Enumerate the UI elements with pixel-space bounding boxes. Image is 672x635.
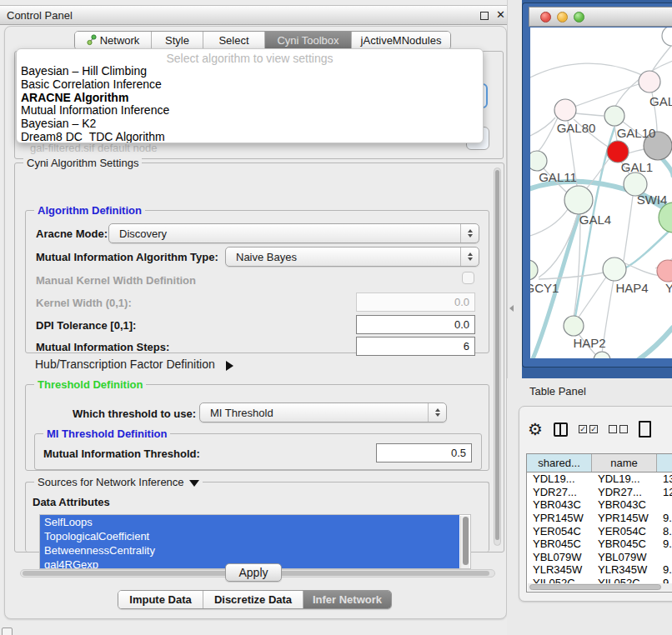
algorithm-option[interactable]: Dream8 DC_TDC Algorithm bbox=[17, 130, 483, 143]
column-header-shared...[interactable]: shared... bbox=[527, 454, 592, 472]
algorithm-option[interactable]: Bayesian – Hill Climbing bbox=[17, 64, 483, 78]
attribute-item[interactable]: BetweennessCentrality bbox=[40, 543, 459, 558]
network-node-y[interactable] bbox=[657, 260, 672, 282]
tab-network[interactable]: Network bbox=[75, 32, 152, 49]
minimize-traffic-light-icon[interactable] bbox=[557, 12, 568, 22]
network-view-window[interactable]: GALGAL80GAL10GAL1GAL11SWI4GAL4GCY1HAP4YH… bbox=[522, 2, 672, 368]
mi-type-combo[interactable]: Naive Bayes bbox=[225, 247, 479, 267]
tab-label: Network bbox=[100, 34, 140, 47]
network-node-gal10[interactable] bbox=[604, 106, 624, 126]
table-cell: YDL19... bbox=[592, 472, 657, 485]
attribute-item[interactable]: TopologicalCoefficient bbox=[40, 529, 459, 543]
splitter-collapse-icon[interactable] bbox=[509, 305, 514, 312]
mi-type-value: Naive Bayes bbox=[236, 251, 297, 263]
aracne-mode-combo[interactable]: Discovery bbox=[108, 223, 479, 243]
table-header-row: shared...name bbox=[527, 454, 672, 472]
table-row[interactable]: YBL079WYBL079W bbox=[527, 551, 672, 564]
table-row[interactable]: YPR145WYPR145W9. bbox=[527, 512, 672, 525]
mi-steps-field[interactable]: 6 bbox=[356, 337, 475, 356]
algorithm-option[interactable]: Mutual Information Inference bbox=[17, 103, 483, 117]
sources-group-title: Sources for Network Inference bbox=[34, 476, 203, 488]
table-cell: 13 bbox=[657, 472, 672, 485]
control-panel-tabs: NetworkStyleSelectCyni ToolboxjActiveMNo… bbox=[74, 31, 451, 50]
network-node-gcy1[interactable] bbox=[530, 260, 538, 280]
which-threshold-combo[interactable]: MI Threshold bbox=[199, 402, 447, 422]
network-node[interactable] bbox=[662, 28, 672, 46]
dropdown-placeholder: Select algorithm to view settings bbox=[17, 49, 483, 64]
zoom-traffic-light-icon[interactable] bbox=[574, 12, 584, 22]
float-window-icon[interactable] bbox=[480, 12, 489, 20]
settings-vertical-scrollbar[interactable] bbox=[494, 168, 501, 546]
network-node-hap4[interactable] bbox=[603, 258, 626, 281]
aracne-mode-label: Aracne Mode: bbox=[36, 228, 108, 240]
data-attributes-list: SelfLoopsTopologicalCoefficientBetweenne… bbox=[39, 514, 471, 569]
tab-cyni-toolbox[interactable]: Cyni Toolbox bbox=[265, 32, 352, 49]
table-row[interactable]: YER054CYER054C8. bbox=[527, 524, 672, 538]
close-window-icon[interactable]: ✕ bbox=[496, 8, 505, 21]
tab-label: Impute Data bbox=[129, 593, 191, 606]
settings-vscroll-thumb[interactable] bbox=[495, 170, 499, 540]
edge bbox=[530, 63, 647, 78]
tab-impute-data[interactable]: Impute Data bbox=[118, 591, 203, 608]
network-node-hap2[interactable] bbox=[564, 316, 584, 336]
apply-button[interactable]: Apply bbox=[225, 563, 282, 582]
algorithm-option[interactable]: Basic Correlation Inference bbox=[17, 78, 483, 91]
algorithm-option[interactable]: ARACNE Algorithm bbox=[17, 91, 483, 104]
manual-kernel-checkbox[interactable] bbox=[462, 272, 474, 284]
hub-definition-section[interactable]: Hub/Transcription Factor Definition bbox=[35, 358, 233, 371]
dpi-tolerance-field[interactable]: 0.0 bbox=[356, 315, 475, 334]
tab-discretize-data[interactable]: Discretize Data bbox=[203, 591, 303, 608]
tab-select[interactable]: Select bbox=[203, 32, 265, 49]
table-cell: 12 bbox=[657, 486, 672, 498]
column-header-extra[interactable] bbox=[657, 454, 672, 472]
mi-threshold-field[interactable]: 0.5 bbox=[376, 443, 472, 462]
network-node-gal11[interactable] bbox=[530, 151, 547, 171]
network-window-titlebar[interactable] bbox=[529, 7, 672, 27]
table-horizontal-scrollbar[interactable] bbox=[528, 583, 672, 591]
table-hscroll-thumb[interactable] bbox=[529, 584, 661, 590]
network-canvas[interactable]: GALGAL80GAL10GAL1GAL11SWI4GAL4GCY1HAP4YH… bbox=[530, 28, 672, 358]
tab-style[interactable]: Style bbox=[152, 32, 203, 49]
network-icon bbox=[87, 34, 97, 47]
file-icon[interactable] bbox=[639, 421, 651, 438]
kernel-width-label: Kernel Width (0,1): bbox=[36, 297, 132, 309]
table-row[interactable]: YLR345WYLR345W9. bbox=[527, 563, 672, 577]
expanded-arrow-icon[interactable] bbox=[189, 480, 199, 487]
table-row[interactable]: YBR045CYBR045C9. bbox=[527, 538, 672, 551]
collapsed-arrow-icon[interactable] bbox=[226, 361, 233, 371]
select-all-checkboxes-icon[interactable]: ✓✓ bbox=[579, 425, 598, 433]
dropdown-items: Bayesian – Hill ClimbingBasic Correlatio… bbox=[17, 64, 483, 143]
edge bbox=[575, 113, 604, 116]
attribute-item[interactable]: SelfLoops bbox=[40, 515, 459, 529]
table-row[interactable]: YDR27...YDR27...12 bbox=[527, 486, 672, 499]
kernel-width-field[interactable]: 0.0 bbox=[356, 292, 475, 312]
tab-label: Style bbox=[165, 34, 189, 47]
network-node-gal80[interactable] bbox=[554, 99, 576, 121]
close-traffic-light-icon[interactable] bbox=[540, 12, 551, 22]
edge bbox=[539, 272, 604, 279]
network-node-gal[interactable] bbox=[639, 71, 660, 92]
algorithm-option[interactable]: Bayesian – K2 bbox=[17, 117, 483, 130]
dock-panel-icon[interactable] bbox=[2, 628, 13, 635]
tab-label: Infer Network bbox=[313, 593, 382, 606]
deselect-all-checkboxes-icon[interactable] bbox=[609, 425, 628, 433]
sources-title-text: Sources for Network Inference bbox=[38, 476, 184, 488]
kernel-width-value: 0.0 bbox=[454, 296, 469, 308]
tab-infer-network[interactable]: Infer Network bbox=[303, 591, 391, 608]
network-node[interactable] bbox=[594, 352, 610, 358]
columns-icon[interactable] bbox=[554, 422, 568, 437]
control-panel-titlebar: Control Panel ✕ bbox=[0, 5, 510, 25]
attributes-scrollbar[interactable] bbox=[460, 516, 469, 569]
attributes-scroll-thumb[interactable] bbox=[463, 517, 469, 565]
algorithm-definition-title: Algorithm Definition bbox=[34, 204, 145, 217]
tab-label: Cyni Toolbox bbox=[277, 34, 339, 47]
network-node-gal4[interactable] bbox=[564, 186, 593, 214]
gear-icon[interactable]: ⚙ bbox=[528, 421, 543, 438]
tab-jactivemnodules[interactable]: jActiveMNodules bbox=[352, 32, 450, 49]
node-label-hap4: HAP4 bbox=[615, 281, 648, 295]
column-header-name[interactable]: name bbox=[592, 454, 657, 472]
table-row[interactable]: YBR043CYBR043C bbox=[527, 498, 672, 512]
node-label-gcy1: GCY1 bbox=[530, 281, 559, 295]
table-row[interactable]: YDL19...YDL19...13 bbox=[527, 472, 672, 486]
table-cell: YBL079W bbox=[527, 551, 592, 563]
